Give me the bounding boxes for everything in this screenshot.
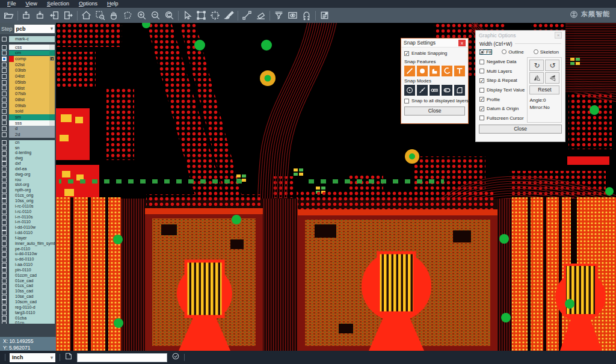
filter-funnel-button[interactable] [272,9,286,22]
layer-row[interactable]: reg-0110-d [1,305,55,310]
layer-color-swatch[interactable] [9,79,14,85]
layer-color-swatch[interactable] [9,316,14,321]
snap-line-button[interactable] [404,66,415,76]
layer-color-swatch[interactable] [9,220,14,225]
view-eye-button[interactable] [286,9,300,22]
layer-visibility-checkbox[interactable] [2,37,7,42]
checkbox-box[interactable] [479,106,484,111]
layer-color-swatch[interactable] [9,209,14,215]
layer-color-swatch[interactable] [9,225,14,230]
layer-color-swatch[interactable] [9,236,14,241]
layer-row[interactable]: 01ccm_cad [1,273,55,279]
checkbox-box[interactable] [479,78,484,83]
select-transform-button[interactable] [208,9,222,22]
layer-row[interactable]: css [1,45,55,51]
apply-circle-icon[interactable] [171,352,180,363]
step-select[interactable]: pcb ▾ [14,25,55,33]
snap-arc-button[interactable] [442,66,452,76]
layer-row[interactable]: 03lsb [1,67,55,73]
layer-color-swatch[interactable] [9,215,14,220]
layer-visibility-checkbox[interactable] [2,252,7,257]
layer-visibility-checkbox[interactable] [2,263,7,268]
notes-panel-button[interactable] [318,9,331,22]
layer-visibility-checkbox[interactable] [2,115,7,120]
layer-visibility-checkbox[interactable] [2,151,7,156]
layer-color-swatch[interactable] [9,45,14,51]
layer-visibility-checkbox[interactable] [2,273,7,278]
layer-visibility-checkbox[interactable] [2,183,7,188]
layer-row[interactable]: u-dd-0110w [1,251,55,257]
layer-row[interactable]: 10ss_cad [1,289,55,294]
layer-color-swatch[interactable] [9,73,14,79]
layer-row[interactable]: 10scm_cad [1,300,55,305]
layer-color-swatch[interactable] [9,241,14,247]
checkbox-box[interactable] [479,88,484,93]
zoom-previous-button[interactable] [162,9,176,22]
layer-visibility-checkbox[interactable] [2,220,7,225]
layer-color-swatch[interactable] [9,300,14,305]
layer-visibility-checkbox[interactable] [2,188,7,193]
checkbox-box[interactable] [479,116,484,120]
layer-visibility-checkbox[interactable] [2,236,7,241]
dialog-checkbox-row[interactable]: Negative Data [479,57,525,67]
layer-row[interactable]: dwg-org [1,172,55,177]
layer-color-swatch[interactable] [9,85,14,91]
open-folder-button[interactable] [2,9,16,22]
layer-color-swatch[interactable] [9,247,14,252]
snap-magnet-button[interactable] [300,9,313,22]
radio-dot[interactable] [479,49,484,54]
menu-item[interactable]: Help [102,0,123,8]
snap-close-button[interactable]: Close [404,106,465,116]
select-frame-button[interactable] [194,9,208,22]
layer-visibility-checkbox[interactable] [2,230,7,235]
layer-row[interactable]: sn [1,146,55,151]
layer-row[interactable]: 01cs_cad [1,283,55,289]
layer-color-swatch[interactable] [9,62,14,68]
menu-item[interactable]: View [21,0,42,8]
snap-contour-button[interactable] [454,85,465,96]
radio-dot[interactable] [502,49,507,54]
layer-row[interactable]: sss [1,120,55,126]
layer-color-swatch[interactable] [9,199,14,204]
layer-color-swatch[interactable] [9,268,14,273]
layer-row[interactable]: 02lst [1,62,55,68]
layer-row[interactable]: 04lst [1,73,55,79]
layer-visibility-checkbox[interactable] [2,109,7,114]
layer-row[interactable]: d-tenting [1,150,55,156]
checkbox-box[interactable] [479,60,484,64]
snap-center-button[interactable] [404,85,415,96]
layer-visibility-checkbox[interactable] [2,146,7,150]
layer-visibility-checkbox[interactable] [2,103,7,108]
layer-visibility-checkbox[interactable] [2,74,7,79]
zoom-polygon-button[interactable] [121,9,135,22]
dialog-radio[interactable]: Outline [502,49,523,55]
layer-visibility-checkbox[interactable] [2,316,7,321]
layer-color-swatch[interactable] [9,50,14,56]
snap-nearest-button[interactable] [417,85,428,96]
layer-row[interactable]: sm [1,114,55,120]
layer-row[interactable]: dwg [1,156,55,161]
dialog-checkbox-row[interactable]: Display Text Value [479,85,525,95]
select-arrow-button[interactable] [180,9,194,22]
layer-row[interactable]: u-dd-0110 [1,257,55,262]
layer-row[interactable]: 10ss_orig [1,199,55,204]
layer-row[interactable]: d [1,126,55,132]
layer-visibility-checkbox[interactable] [2,132,7,137]
enable-snapping-checkbox[interactable]: Enable Snapping [404,49,465,57]
layer-visibility-checkbox[interactable] [2,321,7,324]
layer-row[interactable]: 10se_cad [1,294,55,300]
layer-color-swatch[interactable] [9,108,14,114]
layer-row[interactable]: npth-org [1,188,55,193]
dialog-checkbox-row[interactable]: Datum & Origin [479,104,525,114]
layer-color-swatch[interactable] [9,150,14,156]
mirror-vertical-button[interactable] [545,72,559,84]
layer-color-swatch[interactable] [9,289,14,294]
layer-row[interactable]: 08lst [1,97,55,103]
export-file-button[interactable] [34,9,48,22]
layer-color-swatch[interactable] [9,188,14,193]
layer-row[interactable]: slot-org [1,182,55,188]
layer-color-swatch[interactable] [9,161,14,167]
layer-color-swatch[interactable] [9,67,14,73]
layer-visibility-checkbox[interactable] [2,258,7,262]
home-view-button[interactable] [79,9,93,22]
